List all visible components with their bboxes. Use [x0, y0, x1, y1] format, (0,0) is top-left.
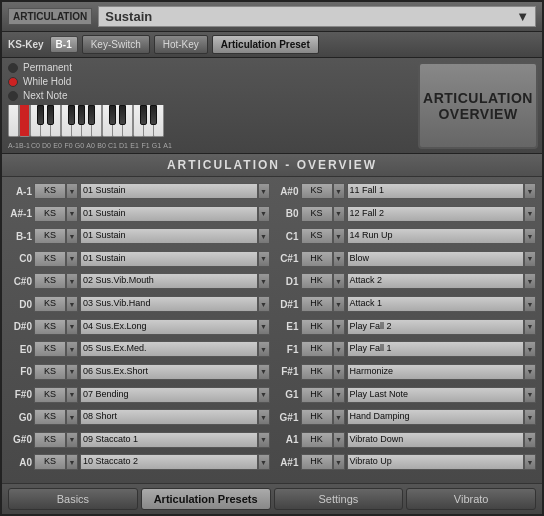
black-key-fs1[interactable]: [140, 105, 147, 125]
type-select[interactable]: KS: [34, 183, 66, 199]
type-dropdown-arrow[interactable]: ▼: [333, 409, 345, 425]
bottom-tab-basics[interactable]: Basics: [8, 488, 138, 510]
type-select[interactable]: HK: [301, 364, 333, 380]
type-select[interactable]: KS: [34, 409, 66, 425]
type-select[interactable]: HK: [301, 409, 333, 425]
sustain-dropdown[interactable]: Sustain ▼: [98, 6, 536, 27]
artic-name-select[interactable]: 05 Sus.Ex.Med.: [80, 341, 258, 357]
type-dropdown-arrow[interactable]: ▼: [66, 364, 78, 380]
type-dropdown-arrow[interactable]: ▼: [66, 409, 78, 425]
type-select[interactable]: KS: [34, 387, 66, 403]
white-key-b-1[interactable]: [19, 105, 30, 137]
name-dropdown-arrow[interactable]: ▼: [258, 228, 270, 244]
tab-key-switch[interactable]: Key-Switch: [82, 35, 150, 54]
type-dropdown-arrow[interactable]: ▼: [66, 432, 78, 448]
name-dropdown-arrow[interactable]: ▼: [258, 251, 270, 267]
artic-name-select[interactable]: 01 Sustain: [80, 251, 258, 267]
artic-name-select[interactable]: Play Fall 2: [347, 319, 525, 335]
artic-name-select[interactable]: 02 Sus.Vib.Mouth: [80, 273, 258, 289]
name-dropdown-arrow[interactable]: ▼: [524, 341, 536, 357]
type-select[interactable]: KS: [301, 206, 333, 222]
type-dropdown-arrow[interactable]: ▼: [66, 206, 78, 222]
type-select[interactable]: HK: [301, 454, 333, 470]
artic-name-select[interactable]: Attack 1: [347, 296, 525, 312]
type-select[interactable]: KS: [34, 432, 66, 448]
type-dropdown-arrow[interactable]: ▼: [66, 319, 78, 335]
black-key-cs0[interactable]: [37, 105, 44, 125]
type-dropdown-arrow[interactable]: ▼: [66, 228, 78, 244]
name-dropdown-arrow[interactable]: ▼: [258, 296, 270, 312]
bottom-tab-settings[interactable]: Settings: [274, 488, 404, 510]
name-dropdown-arrow[interactable]: ▼: [258, 273, 270, 289]
type-select[interactable]: KS: [34, 454, 66, 470]
type-dropdown-arrow[interactable]: ▼: [333, 273, 345, 289]
bottom-tab-vibrato[interactable]: Vibrato: [406, 488, 536, 510]
artic-name-select[interactable]: Harmonize: [347, 364, 525, 380]
name-dropdown-arrow[interactable]: ▼: [524, 251, 536, 267]
name-dropdown-arrow[interactable]: ▼: [524, 364, 536, 380]
type-dropdown-arrow[interactable]: ▼: [333, 228, 345, 244]
black-key-gs0[interactable]: [78, 105, 85, 125]
artic-name-select[interactable]: 01 Sustain: [80, 206, 258, 222]
artic-name-select[interactable]: 10 Staccato 2: [80, 454, 258, 470]
type-dropdown-arrow[interactable]: ▼: [66, 454, 78, 470]
name-dropdown-arrow[interactable]: ▼: [524, 387, 536, 403]
name-dropdown-arrow[interactable]: ▼: [258, 183, 270, 199]
type-select[interactable]: KS: [34, 296, 66, 312]
black-key-as0[interactable]: [88, 105, 95, 125]
white-key-a-1[interactable]: [8, 105, 19, 137]
artic-name-select[interactable]: Blow: [347, 251, 525, 267]
type-dropdown-arrow[interactable]: ▼: [66, 387, 78, 403]
type-dropdown-arrow[interactable]: ▼: [66, 296, 78, 312]
black-key-ds1[interactable]: [119, 105, 126, 125]
artic-name-select[interactable]: 06 Sus.Ex.Short: [80, 364, 258, 380]
artic-name-select[interactable]: 01 Sustain: [80, 183, 258, 199]
type-select[interactable]: KS: [34, 206, 66, 222]
type-dropdown-arrow[interactable]: ▼: [333, 387, 345, 403]
type-dropdown-arrow[interactable]: ▼: [66, 341, 78, 357]
type-dropdown-arrow[interactable]: ▼: [333, 206, 345, 222]
artic-name-select[interactable]: 01 Sustain: [80, 228, 258, 244]
name-dropdown-arrow[interactable]: ▼: [258, 364, 270, 380]
type-dropdown-arrow[interactable]: ▼: [66, 273, 78, 289]
black-key-cs1[interactable]: [109, 105, 116, 125]
type-select[interactable]: HK: [301, 432, 333, 448]
type-select[interactable]: HK: [301, 387, 333, 403]
type-select[interactable]: HK: [301, 273, 333, 289]
artic-name-select[interactable]: 04 Sus.Ex.Long: [80, 319, 258, 335]
type-select[interactable]: HK: [301, 341, 333, 357]
artic-name-select[interactable]: Attack 2: [347, 273, 525, 289]
artic-name-select[interactable]: 08 Short: [80, 409, 258, 425]
type-select[interactable]: KS: [34, 319, 66, 335]
type-dropdown-arrow[interactable]: ▼: [333, 454, 345, 470]
artic-name-select[interactable]: Play Fall 1: [347, 341, 525, 357]
artic-name-select[interactable]: Hand Damping: [347, 409, 525, 425]
name-dropdown-arrow[interactable]: ▼: [524, 228, 536, 244]
type-select[interactable]: KS: [301, 228, 333, 244]
artic-name-select[interactable]: 09 Staccato 1: [80, 432, 258, 448]
name-dropdown-arrow[interactable]: ▼: [524, 432, 536, 448]
artic-name-select[interactable]: 12 Fall 2: [347, 206, 525, 222]
name-dropdown-arrow[interactable]: ▼: [258, 341, 270, 357]
type-dropdown-arrow[interactable]: ▼: [333, 319, 345, 335]
type-dropdown-arrow[interactable]: ▼: [66, 251, 78, 267]
type-dropdown-arrow[interactable]: ▼: [333, 432, 345, 448]
black-key-gs1[interactable]: [150, 105, 157, 125]
type-select[interactable]: KS: [301, 183, 333, 199]
type-select[interactable]: KS: [34, 364, 66, 380]
artic-name-select[interactable]: Vibrato Down: [347, 432, 525, 448]
black-key-ds0[interactable]: [47, 105, 54, 125]
type-dropdown-arrow[interactable]: ▼: [333, 364, 345, 380]
name-dropdown-arrow[interactable]: ▼: [258, 387, 270, 403]
tab-artic-preset[interactable]: Articulation Preset: [212, 35, 319, 54]
type-dropdown-arrow[interactable]: ▼: [333, 251, 345, 267]
name-dropdown-arrow[interactable]: ▼: [524, 183, 536, 199]
artic-name-select[interactable]: Vibrato Up: [347, 454, 525, 470]
name-dropdown-arrow[interactable]: ▼: [524, 454, 536, 470]
artic-name-select[interactable]: Play Last Note: [347, 387, 525, 403]
name-dropdown-arrow[interactable]: ▼: [258, 432, 270, 448]
artic-name-select[interactable]: 11 Fall 1: [347, 183, 525, 199]
type-select[interactable]: HK: [301, 251, 333, 267]
tab-hot-key[interactable]: Hot-Key: [154, 35, 208, 54]
type-select[interactable]: KS: [34, 251, 66, 267]
